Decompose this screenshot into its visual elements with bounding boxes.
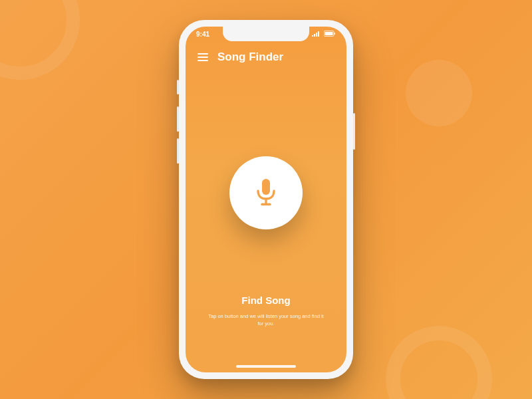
svg-rect-1 <box>325 32 333 35</box>
phone-side-button <box>177 106 179 132</box>
cta-title: Find Song <box>205 295 327 306</box>
bg-decoration-circle <box>0 0 80 80</box>
battery-icon <box>324 31 336 38</box>
phone-side-button <box>177 80 179 94</box>
svg-rect-2 <box>334 33 336 35</box>
app-header: Song Finder <box>186 51 346 64</box>
microphone-icon <box>253 179 279 207</box>
listen-button[interactable] <box>229 156 303 229</box>
bg-decoration-circle <box>386 326 492 399</box>
app-title: Song Finder <box>217 51 283 64</box>
hamburger-menu-icon[interactable] <box>198 53 208 61</box>
cta-subtitle: Tap on button and we will listen your so… <box>205 313 327 328</box>
svg-rect-3 <box>262 179 270 195</box>
phone-side-button <box>177 138 179 164</box>
status-time: 9:41 <box>196 31 209 38</box>
cta-section: Find Song Tap on button and we will list… <box>186 295 346 328</box>
phone-screen: 9:41 Song Finder <box>186 27 346 372</box>
status-indicators <box>312 31 336 38</box>
signal-icon <box>312 31 321 38</box>
phone-frame: 9:41 Song Finder <box>179 20 353 379</box>
home-indicator[interactable] <box>236 365 296 368</box>
phone-side-button <box>353 113 355 150</box>
phone-notch <box>223 27 309 41</box>
bg-decoration-circle <box>406 60 472 126</box>
